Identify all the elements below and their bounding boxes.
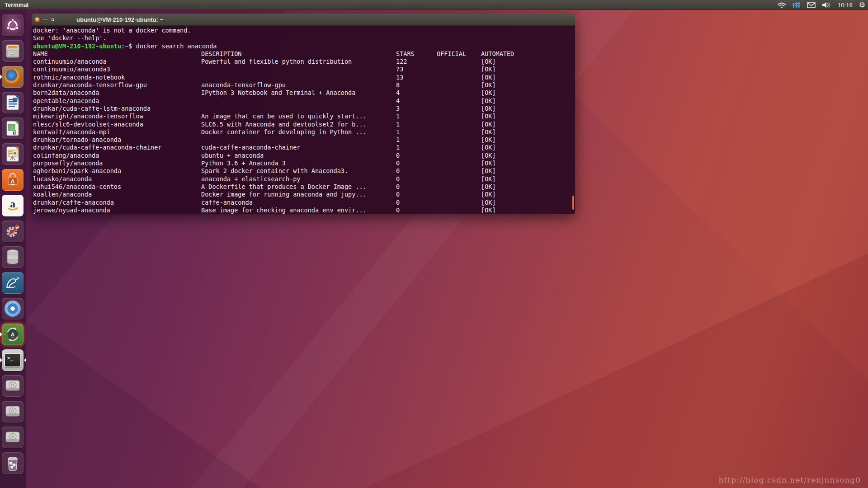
pinyin-input-icon[interactable]: [793, 1, 801, 9]
window-title: ubuntu@VM-210-192-ubuntu: ~: [76, 16, 163, 23]
table-row: kentwait/anaconda-mpiDocker container fo…: [33, 128, 575, 136]
libreoffice-writer-icon[interactable]: [2, 92, 24, 113]
column-header-official: OFFICIAL: [437, 50, 466, 58]
table-row: opentable/anaconda4[OK]: [33, 97, 575, 105]
table-row: aghorbani/spark-anacondaSpark 2 docker c…: [33, 167, 575, 175]
updater-running-indicator: [0, 332, 2, 337]
table-row: continuumio/anaconda373[OK]: [33, 66, 575, 73]
terminal-content[interactable]: docker: 'anaconda' is not a docker comma…: [32, 26, 575, 214]
svg-text:A: A: [10, 178, 15, 185]
column-header-automated: AUTOMATED: [481, 50, 514, 58]
table-row: drunkar/tornado-anaconda1[OK]: [33, 136, 575, 144]
table-row: born2data/anacondaIPython 3 Notebook and…: [33, 89, 575, 97]
session-gear-icon[interactable]: ⚙: [859, 0, 865, 10]
top-panel: Terminal: [0, 0, 868, 10]
table-row: rothnic/anaconda-notebook13[OK]: [33, 74, 575, 81]
database-icon[interactable]: [2, 246, 24, 268]
table-row: koallen/anacondaDocker image for running…: [33, 191, 575, 198]
amazon-icon[interactable]: a: [2, 195, 24, 216]
terminal-window: ✕ — ubuntu@VM-210-192-ubuntu: ~ docker: …: [32, 14, 575, 214]
table-row: jerowe/nyuad-anacondaBase image for chec…: [33, 206, 575, 214]
prompt-separator: :: [121, 42, 125, 50]
terminal-prompt-line: ubuntu@VM-210-192-ubuntu:~$ docker searc…: [33, 42, 575, 50]
maximize-button[interactable]: [50, 17, 56, 23]
hard-disk-icon[interactable]: [2, 427, 24, 448]
terminal-glyph: >_: [4, 353, 21, 367]
table-row: colinfang/anacondaubuntu + anaconda0[OK]: [33, 152, 575, 160]
table-row: purposefly/anacondaPython 3.6 + Anaconda…: [33, 160, 575, 167]
ubuntu-dash-icon[interactable]: [2, 14, 24, 36]
files-icon[interactable]: [2, 40, 24, 62]
table-row: lucasko/anacondaanaconda + elasticsearch…: [33, 175, 575, 183]
column-header-stars: STARS: [396, 50, 415, 58]
libreoffice-impress-icon[interactable]: [2, 143, 24, 165]
volume-icon[interactable]: [822, 2, 831, 8]
terminal-focused-indicator: [24, 358, 26, 362]
software-center-icon[interactable]: A: [2, 169, 24, 191]
unity-launcher: A a: [0, 10, 26, 488]
chromium-icon[interactable]: [2, 298, 24, 319]
window-controls: ✕ —: [34, 17, 56, 23]
minimize-button[interactable]: —: [42, 17, 48, 23]
trash-icon[interactable]: [2, 452, 24, 474]
terminal-table-rows: continuumio/anacondaPowerful and flexibl…: [33, 58, 575, 214]
terminal-running-indicator: [0, 358, 2, 362]
wifi-icon[interactable]: [777, 2, 786, 9]
terminal-icon[interactable]: >_: [2, 349, 24, 371]
column-header-description: DESCRIPTION: [201, 50, 241, 58]
terminal-output-line: docker: 'anaconda' is not a docker comma…: [33, 27, 575, 34]
watermark: http://blog.csdn.net/renjunsong0: [719, 475, 861, 484]
hard-disk-icon[interactable]: [2, 401, 24, 422]
table-row: nlesc/slc6-devtoolset-anacondaSLC6.5 wit…: [33, 121, 575, 128]
firefox-running-indicator: [0, 75, 2, 79]
close-button[interactable]: ✕: [34, 17, 40, 23]
table-row: drunkar/cuda-caffe-anaconda-chainercuda-…: [33, 144, 575, 151]
terminal-scrollbar-thumb[interactable]: [572, 196, 574, 210]
table-row: drunkar/caffe-anacondacaffe-anaconda0[OK…: [33, 199, 575, 206]
svg-text:a: a: [10, 198, 15, 210]
table-row: drunkar/cuda-caffe-lstm-anaconda3[OK]: [33, 105, 575, 113]
mail-icon[interactable]: [807, 2, 816, 8]
table-row: drunkar/anaconda-tensorflow-gpuanaconda-…: [33, 81, 575, 89]
prompt-user-host: ubuntu@VM-210-192-ubuntu: [33, 42, 121, 50]
window-titlebar[interactable]: ✕ — ubuntu@VM-210-192-ubuntu: ~: [32, 14, 575, 26]
desktop: Terminal: [0, 0, 868, 488]
active-app-title: Terminal: [5, 1, 28, 8]
column-header-name: NAME: [33, 50, 48, 58]
table-row: mikewright/anaconda-tensorflowAn image t…: [33, 113, 575, 120]
maximize-glyph: [52, 19, 54, 21]
svg-text:A: A: [11, 332, 14, 337]
table-row: continuumio/anacondaPowerful and flexibl…: [33, 58, 575, 66]
software-updater-icon[interactable]: A: [2, 324, 24, 345]
clock[interactable]: 10:16: [838, 2, 853, 9]
system-settings-icon[interactable]: [2, 221, 24, 242]
terminal-output-line: See 'docker --help'.: [33, 34, 575, 42]
indicator-tray: 10:16 ⚙: [777, 0, 865, 10]
hard-disk-icon[interactable]: [2, 375, 24, 397]
table-header-row: NAME DESCRIPTION STARS OFFICIAL AUTOMATE…: [33, 50, 575, 58]
firefox-icon[interactable]: [2, 66, 24, 88]
prompt-symbol: $: [128, 42, 136, 50]
table-row: xuhui546/anaconda-centosA Dockerfile tha…: [33, 183, 575, 191]
libreoffice-calc-icon[interactable]: [2, 117, 24, 139]
typed-command: docker search anaconda: [136, 42, 217, 50]
mysql-workbench-icon[interactable]: [2, 272, 24, 294]
